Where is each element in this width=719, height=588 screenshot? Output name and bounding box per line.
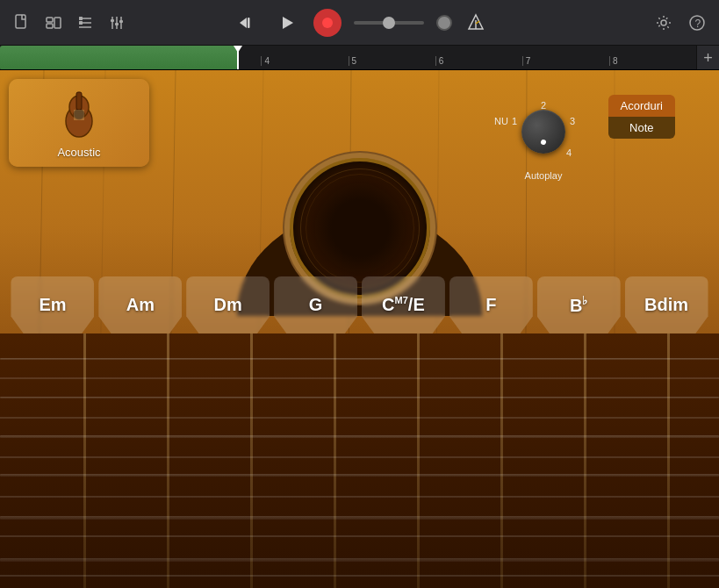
ruler-seg-6[interactable]: 6	[435, 56, 522, 66]
svg-rect-7	[79, 17, 83, 20]
metronome-icon[interactable]	[464, 11, 487, 34]
knob-indicator	[540, 139, 547, 146]
chord-dm[interactable]: Dm	[186, 276, 270, 333]
chord-dm-label: Dm	[214, 295, 242, 315]
note-button[interactable]: Note	[608, 117, 675, 139]
record-dot	[322, 18, 333, 28]
new-doc-icon[interactable]	[11, 11, 33, 34]
mixer-icon[interactable]	[105, 11, 128, 34]
chord-bb-label: B♭	[570, 294, 587, 316]
ruler-label-7: 7	[526, 56, 531, 66]
autoplay-knob-container: NU 1 2 3 4	[508, 97, 579, 167]
chord-g[interactable]: G	[274, 276, 357, 333]
string-2	[0, 397, 719, 398]
fret-div-4	[334, 333, 336, 588]
track-header[interactable]: Acoustic	[9, 79, 149, 167]
toolbar-center	[233, 9, 487, 37]
string-4	[0, 474, 719, 477]
timeline: 1 2 3 4 5 6 7 8 +	[0, 46, 719, 70]
track-region[interactable]	[0, 46, 237, 70]
svg-text:?: ?	[695, 18, 701, 30]
autoplay-pos4-label: 4	[566, 147, 572, 158]
ruler-seg-5[interactable]: 5	[349, 56, 435, 66]
ruler-label-6: 6	[439, 56, 444, 66]
track-icon	[53, 88, 105, 140]
acorduri-button[interactable]: Acorduri	[608, 95, 675, 117]
fret-line-5	[0, 535, 719, 537]
fret-div-8	[667, 333, 670, 588]
fret-div-2	[167, 333, 169, 588]
ruler-label-5: 5	[352, 56, 357, 66]
fret-div-3	[250, 333, 253, 588]
chord-cm7e[interactable]: CM7/E	[362, 276, 445, 333]
svg-rect-3	[54, 18, 61, 28]
main-content: Acoustic NU 1 2 3 4 Autoplay Acord	[0, 70, 719, 588]
settings-icon[interactable]	[652, 11, 675, 34]
string-1	[0, 358, 719, 360]
chord-f[interactable]: F	[449, 276, 533, 333]
string-5	[0, 516, 719, 520]
chord-am-label: Am	[126, 295, 155, 315]
track-label: Acoustic	[57, 146, 100, 159]
fret-line-3	[0, 456, 719, 458]
ruler-label-4: 4	[264, 56, 270, 66]
ruler-seg-7[interactable]: 7	[522, 56, 609, 66]
volume-slider[interactable]	[354, 21, 424, 25]
toolbar-right: ?	[652, 11, 708, 34]
autoplay-label: Autoplay	[525, 170, 563, 181]
chord-f-label: F	[485, 295, 496, 315]
fret-line-6	[0, 575, 719, 577]
ruler-label-8: 8	[613, 56, 618, 66]
fret-div-5	[417, 333, 420, 588]
fret-div-7	[584, 333, 586, 588]
record-button[interactable]	[313, 9, 342, 37]
view-mode-icon[interactable]	[42, 11, 65, 34]
fret-line-2	[0, 417, 719, 419]
autoplay-panel: NU 1 2 3 4 Autoplay	[508, 97, 579, 181]
chord-em[interactable]: Em	[11, 276, 94, 333]
fret-div-6	[500, 333, 503, 588]
svg-marker-15	[240, 18, 247, 28]
fret-line-1	[0, 377, 719, 379]
chord-am[interactable]: Am	[98, 276, 182, 333]
ruler-seg-4[interactable]: 4	[261, 56, 348, 66]
mode-buttons: Acorduri Note	[608, 95, 675, 139]
svg-rect-14	[119, 20, 123, 23]
timeline-add-button[interactable]: +	[696, 46, 719, 70]
svg-rect-1	[47, 18, 53, 22]
autoplay-knob[interactable]	[521, 110, 565, 154]
svg-marker-17	[283, 17, 293, 29]
fret-line-4	[0, 496, 719, 498]
play-button[interactable]	[273, 9, 301, 37]
autoplay-pos1-label: 1	[512, 116, 517, 126]
tracks-icon[interactable]	[74, 11, 97, 34]
chord-bdim[interactable]: Bdim	[625, 276, 708, 333]
string-3	[0, 435, 719, 438]
svg-point-21	[661, 20, 666, 25]
svg-rect-8	[79, 21, 83, 25]
string-6	[0, 558, 719, 562]
playhead-arrow	[234, 46, 242, 53]
fret-div-1	[83, 333, 86, 588]
svg-rect-16	[248, 18, 250, 28]
svg-rect-0	[16, 15, 25, 28]
chord-em-label: Em	[39, 295, 66, 315]
svg-rect-35	[76, 92, 82, 110]
chord-row: Em Am Dm G CM7/E F B♭ Bdim	[0, 276, 719, 333]
chord-bb[interactable]: B♭	[537, 276, 621, 333]
toolbar: ?	[0, 0, 719, 46]
autoplay-pos3-label: 3	[570, 116, 575, 126]
ruler-seg-8[interactable]: 8	[609, 56, 696, 66]
metronome-knob	[436, 15, 452, 31]
autoplay-nu-label: NU	[494, 116, 508, 126]
svg-rect-2	[47, 24, 53, 28]
svg-rect-12	[111, 19, 114, 22]
fretboard[interactable]	[0, 333, 719, 588]
svg-rect-13	[115, 23, 119, 25]
chord-cm7e-label: CM7/E	[382, 295, 425, 315]
help-icon[interactable]: ?	[686, 11, 708, 34]
chord-g-label: G	[309, 295, 323, 315]
rewind-button[interactable]	[233, 9, 261, 37]
chord-bdim-label: Bdim	[644, 295, 688, 315]
